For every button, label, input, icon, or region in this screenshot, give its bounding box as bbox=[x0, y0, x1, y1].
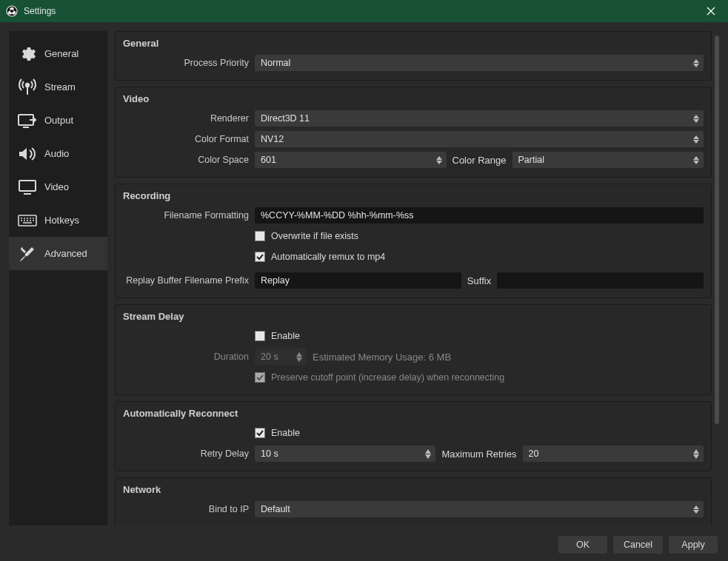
color-format-combo[interactable]: NV12 bbox=[255, 131, 704, 147]
chevron-updown-icon bbox=[692, 55, 701, 71]
checkbox-box bbox=[255, 331, 265, 341]
replay-prefix-input[interactable] bbox=[255, 272, 461, 289]
checkbox-box bbox=[255, 372, 265, 383]
sidebar-item-video[interactable]: Video bbox=[9, 170, 107, 204]
chevron-updown-icon bbox=[692, 501, 701, 517]
color-space-label: Color Space bbox=[123, 155, 255, 165]
max-retries-label: Maximum Retries bbox=[441, 449, 516, 460]
replay-suffix-input[interactable] bbox=[497, 272, 704, 289]
tools-icon bbox=[18, 244, 37, 263]
sidebar-item-audio[interactable]: Audio bbox=[9, 137, 107, 170]
color-range-combo[interactable]: Partial bbox=[512, 152, 704, 168]
chevron-updown-icon bbox=[295, 349, 304, 365]
sidebar-item-label: Hotkeys bbox=[44, 215, 79, 226]
chevron-updown-icon bbox=[692, 110, 701, 127]
scrollbar[interactable] bbox=[715, 36, 719, 521]
memory-usage-label: Estimated Memory Usage: 6 MB bbox=[313, 352, 451, 363]
group-general: General Process Priority Normal bbox=[115, 31, 712, 81]
speaker-icon bbox=[18, 144, 37, 164]
sidebar-item-stream[interactable]: Stream bbox=[9, 70, 107, 104]
svg-rect-7 bbox=[19, 181, 36, 191]
output-icon bbox=[18, 111, 37, 130]
chevron-updown-icon bbox=[435, 152, 444, 168]
sidebar-item-hotkeys[interactable]: Hotkeys bbox=[9, 204, 107, 237]
sidebar-item-label: General bbox=[44, 48, 79, 59]
checkbox-box bbox=[255, 231, 265, 241]
sidebar-item-label: Output bbox=[44, 115, 73, 126]
group-video: Video Renderer Direct3D 11 Color Format … bbox=[115, 87, 712, 178]
group-recording: Recording Filename Formatting Overwrite … bbox=[115, 184, 712, 298]
gear-icon bbox=[18, 44, 37, 64]
titlebar: Settings bbox=[0, 0, 728, 22]
group-title: Recording bbox=[123, 190, 704, 201]
close-button[interactable] bbox=[700, 0, 722, 22]
settings-content: General Process Priority Normal Video Re… bbox=[115, 31, 719, 525]
retry-delay-label: Retry Delay bbox=[123, 449, 255, 459]
cancel-button[interactable]: Cancel bbox=[613, 536, 663, 554]
retry-delay-spinbox[interactable]: 10 s bbox=[255, 446, 435, 462]
scrollbar-thumb[interactable] bbox=[715, 36, 719, 424]
sidebar-item-label: Audio bbox=[44, 148, 69, 159]
bind-ip-label: Bind to IP bbox=[123, 504, 255, 514]
replay-suffix-label: Suffix bbox=[467, 275, 491, 286]
app-icon bbox=[6, 5, 18, 17]
ok-button[interactable]: OK bbox=[558, 536, 607, 554]
sidebar-item-label: Advanced bbox=[44, 248, 87, 259]
overwrite-checkbox[interactable]: Overwrite if file exists bbox=[255, 231, 358, 241]
sidebar-item-general[interactable]: General bbox=[9, 37, 107, 70]
color-format-label: Color Format bbox=[123, 134, 255, 144]
checkbox-box bbox=[255, 252, 265, 262]
sidebar-item-advanced[interactable]: Advanced bbox=[9, 237, 107, 270]
keyboard-icon bbox=[18, 211, 37, 230]
chevron-updown-icon bbox=[692, 131, 701, 147]
replay-prefix-label: Replay Buffer Filename Prefix bbox=[123, 275, 255, 286]
renderer-combo[interactable]: Direct3D 11 bbox=[255, 110, 704, 127]
sidebar-item-output[interactable]: Output bbox=[9, 104, 107, 137]
bind-ip-combo[interactable]: Default bbox=[255, 501, 704, 517]
color-range-label: Color Range bbox=[453, 155, 507, 166]
sidebar-item-label: Video bbox=[44, 181, 69, 192]
process-priority-label: Process Priority bbox=[123, 58, 255, 68]
group-network: Network Bind to IP Default bbox=[115, 477, 712, 525]
auto-reconnect-enable-checkbox[interactable]: Enable bbox=[255, 428, 300, 438]
group-title: Network bbox=[123, 484, 704, 495]
group-auto-reconnect: Automatically Reconnect Enable Retry Del… bbox=[115, 401, 712, 471]
dialog-footer: OK Cancel Apply bbox=[0, 528, 728, 561]
apply-button[interactable]: Apply bbox=[669, 536, 718, 554]
filename-formatting-input[interactable] bbox=[255, 207, 704, 224]
svg-point-5 bbox=[26, 83, 29, 86]
settings-sidebar: General Stream Output Audio Video Hotkey… bbox=[9, 31, 107, 525]
checkbox-box bbox=[255, 428, 265, 438]
renderer-label: Renderer bbox=[123, 113, 255, 124]
auto-remux-checkbox[interactable]: Automatically remux to mp4 bbox=[255, 252, 385, 262]
process-priority-combo[interactable]: Normal bbox=[255, 55, 704, 71]
sidebar-item-label: Stream bbox=[44, 81, 76, 93]
duration-spinbox[interactable]: 20 s bbox=[255, 349, 307, 365]
svg-point-4 bbox=[10, 10, 13, 13]
chevron-updown-icon bbox=[424, 446, 433, 462]
duration-label: Duration bbox=[123, 352, 255, 362]
chevron-updown-icon bbox=[692, 446, 701, 462]
color-space-combo[interactable]: 601 bbox=[255, 152, 447, 168]
max-retries-spinbox[interactable]: 20 bbox=[523, 446, 704, 462]
preserve-cutoff-checkbox[interactable]: Preserve cutoff point (increase delay) w… bbox=[255, 372, 504, 383]
window-title: Settings bbox=[24, 6, 56, 16]
filename-formatting-label: Filename Formatting bbox=[123, 210, 255, 221]
monitor-icon bbox=[18, 178, 37, 197]
group-title: Automatically Reconnect bbox=[123, 408, 704, 419]
group-stream-delay: Stream Delay Enable Duration 20 s Estima bbox=[115, 304, 712, 395]
group-title: General bbox=[123, 38, 704, 49]
group-title: Stream Delay bbox=[123, 311, 704, 322]
stream-delay-enable-checkbox[interactable]: Enable bbox=[255, 331, 300, 341]
group-title: Video bbox=[123, 93, 704, 104]
broadcast-icon bbox=[18, 78, 37, 97]
chevron-updown-icon bbox=[692, 152, 701, 168]
